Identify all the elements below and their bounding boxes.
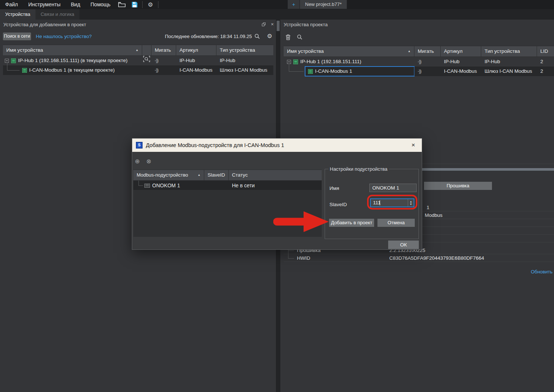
column-name[interactable]: Имя устройства▲ [284,46,414,57]
sort-asc-icon: ▲ [408,46,411,57]
device-not-found-link[interactable]: Не нашлось устройство? [36,34,92,39]
firmware-button[interactable]: Прошивка [424,182,492,190]
name-field[interactable]: ONOKOM 1 [369,184,417,192]
column-articul[interactable]: Артикул [441,46,481,57]
property-label: HWID [297,254,310,262]
collapse-expander-icon[interactable] [5,59,9,63]
table-row[interactable]: I-CAN-Modbus 1 (в текущем проекте) ◦)) I… [3,65,273,75]
column-name[interactable]: Имя устройства▲ [3,45,142,55]
tree-connector [288,258,294,259]
table-row[interactable]: IP-Hub 1 (192.168.151.111) (в текущем пр… [3,56,273,65]
tree-connector [288,250,294,251]
scan-icon [143,56,150,62]
scan-cell [142,65,151,75]
tree-connector [289,71,304,72]
articul-cell: I-CAN-Modbus [441,67,481,76]
menu-help[interactable]: Помощь [85,0,116,9]
tree-connector [289,64,289,71]
search-icon[interactable] [254,33,260,40]
table-header: Имя устройства▲ Мигать Артикул Тип устро… [3,45,273,56]
view-tab-bar: Устройства Связи и логика [0,9,554,20]
add-subdevice-icon[interactable]: ⊕ [135,158,140,165]
menu-tools[interactable]: Инструменты [23,0,65,9]
subdevice-name: ONOKOM 1 [152,181,180,190]
add-to-project-button[interactable]: Добавить в проект [329,219,374,227]
subdevice-row[interactable]: ONOKOM 1 Не в сети [133,181,322,190]
project-tab[interactable]: New project.b77* [300,0,347,9]
column-lid[interactable]: LID [537,46,554,57]
scan-cell[interactable] [142,56,151,65]
cancel-button[interactable]: Отмена [377,219,415,227]
blink-icon: ◦)) [418,59,421,64]
device-name-cell[interactable]: IP-Hub 1 (192.168.151.111) [284,57,414,67]
new-project-tab-button[interactable]: + [288,0,300,9]
column-empty[interactable] [142,45,151,55]
property-row-hwid[interactable]: HWID C83D76A5DFA9F20443793E6B80DF7664 [284,254,554,262]
column-type[interactable]: Тип устройства [481,46,537,57]
dialog-title: Добавление Modbus-подустройств для I-CAN… [146,142,405,148]
column-label: Имя устройства [287,48,324,54]
trash-icon[interactable] [285,34,291,41]
type-cell: Шлюз I-CAN Modbus [216,65,273,75]
collapse-expander-icon[interactable] [287,60,291,64]
device-name: I-CAN-Modbus 1 (в текущем проекте) [29,65,114,75]
device-name-cell-selected[interactable]: I-CAN-Modbus 1 [305,67,414,76]
device-icon [22,68,27,73]
save-icon[interactable] [128,0,141,9]
settings-gear-icon[interactable]: ⚙ [144,0,157,9]
tab-devices[interactable]: Устройства [0,9,35,20]
blink-cell[interactable]: ◦)) [414,57,441,67]
column-articul[interactable]: Артикул [176,45,216,55]
float-panel-icon[interactable] [262,23,266,26]
blink-icon: ◦)) [155,58,158,63]
articul-cell: IP-Hub [441,57,481,67]
device-icon [308,69,313,74]
column-slaveid[interactable]: SlaveID [204,170,229,180]
menu-file[interactable]: Файл [0,0,23,9]
table-header: Имя устройства▲ Мигать Артикул Тип устро… [284,46,554,57]
panel-window-icons: × [262,23,274,26]
sort-asc-icon: ▲ [136,45,138,55]
close-icon[interactable]: × [408,142,418,149]
tree-connector [138,185,143,186]
search-icon[interactable] [297,34,302,41]
ok-button[interactable]: ОК [388,241,419,249]
blink-cell[interactable]: ◦)) [151,56,176,65]
device-name-cell[interactable]: I-CAN-Modbus 1 (в текущем проекте) [3,65,142,75]
slaveid-cell [204,181,229,190]
table-row selected[interactable]: I-CAN-Modbus 1 ◦)) I-CAN-Modbus Шлюз I-C… [284,67,554,76]
blink-cell[interactable]: ◦)) [414,67,441,76]
open-folder-icon[interactable] [116,0,128,9]
annotation-highlight-ring [367,195,417,209]
column-type[interactable]: Тип устройства [216,45,273,55]
close-panel-icon[interactable]: × [271,23,274,26]
column-blink[interactable]: Мигать [414,46,441,57]
device-name-cell[interactable]: IP-Hub 1 (192.168.151.111) (в текущем пр… [3,56,142,65]
dialog-titlebar[interactable]: S Добавление Modbus-подустройств для I-C… [132,139,422,152]
splitter-handle[interactable] [277,21,280,31]
articul-cell: IP-Hub [176,56,216,65]
subdevice-name-cell[interactable]: ONOKOM 1 [133,181,204,190]
gear-icon[interactable]: ⚙ [266,33,273,40]
refresh-link[interactable]: Обновить [531,269,553,275]
blink-cell[interactable]: ◦)) [151,65,176,75]
menu-view[interactable]: Вид [66,0,85,9]
table-row[interactable]: IP-Hub 1 (192.168.151.111) ◦)) IP-Hub IP… [284,57,554,67]
tab-links-logic[interactable]: Связи и логика [35,9,79,20]
last-update-label: Последнее обновление: 18:34 11.09.25 [165,34,252,39]
sort-asc-icon: ▲ [198,170,201,180]
type-cell: IP-Hub [481,57,537,67]
available-devices-table: Имя устройства▲ Мигать Артикул Тип устро… [3,45,273,75]
search-network-button[interactable]: Поиск в сети [3,33,31,40]
tree-connector [138,181,139,185]
column-status[interactable]: Статус [229,170,322,180]
column-subdevice[interactable]: Modbus-подустройство▲ [133,170,204,180]
column-blink[interactable]: Мигать [151,45,176,55]
left-toolbar: Поиск в сети Не нашлось устройство? Посл… [0,32,276,41]
remove-subdevice-icon[interactable]: ⊗ [146,158,151,165]
lid-cell: 2 [537,67,554,76]
menu-separator [142,1,143,8]
gear-glyph: ⚙ [267,33,272,39]
details-splitter[interactable] [422,168,554,171]
blink-icon: ◦)) [155,68,158,73]
